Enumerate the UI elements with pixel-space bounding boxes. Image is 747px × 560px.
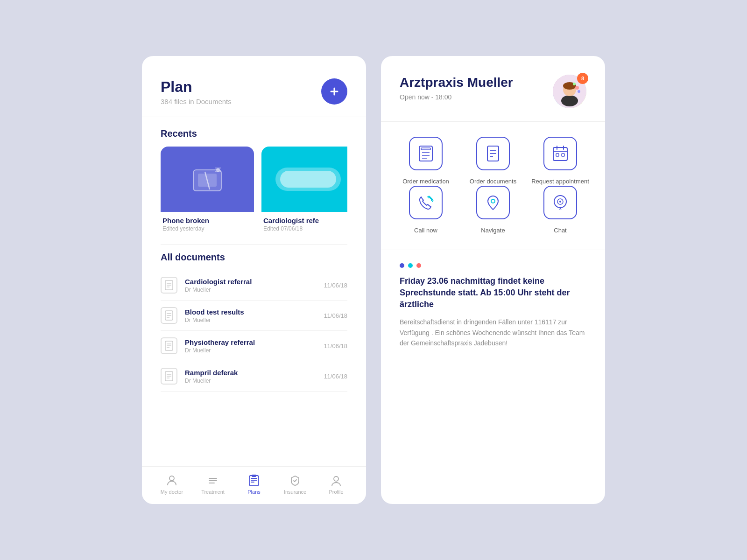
- svg-rect-52: [553, 147, 567, 161]
- doc-file-icon-2: [161, 337, 177, 354]
- svg-point-40: [575, 86, 579, 90]
- plan-title: Plan: [161, 78, 232, 96]
- action-label-medication: Order medication: [402, 178, 449, 186]
- plan-subtitle: 384 files in Documents: [161, 98, 232, 105]
- action-label-documents: Order documents: [470, 178, 516, 186]
- card-title-phone: Phone broken: [162, 217, 252, 224]
- doc-date-3: 11/06/18: [324, 373, 347, 380]
- doctor-icon: [165, 474, 178, 487]
- svg-point-42: [578, 90, 580, 93]
- action-label-chat: Chat: [554, 227, 566, 235]
- svg-rect-32: [252, 475, 256, 477]
- profile-icon: [330, 474, 343, 487]
- svg-point-41: [573, 83, 576, 85]
- nav-item-treatment[interactable]: Treatment: [192, 474, 233, 495]
- recent-card-cardio[interactable]: Cardiologist refe Edited 07/06/18: [261, 147, 347, 237]
- call-icon: [409, 186, 443, 219]
- left-panel: Plan 384 files in Documents Recents: [142, 56, 366, 504]
- doc-date-1: 11/06/18: [324, 312, 347, 319]
- bottom-nav: My doctor Treatment: [142, 466, 366, 504]
- doc-list: Cardiologist referral Dr Mueller 11/06/1…: [161, 270, 347, 392]
- svg-point-35: [334, 476, 338, 481]
- recents-section: Recents Phone broken: [142, 117, 366, 244]
- action-order-documents[interactable]: Order documents: [459, 137, 527, 186]
- card-date-cardio: Edited 07/06/18: [263, 225, 347, 232]
- all-docs-section: All documents Cardiologist referral Dr M…: [142, 245, 366, 466]
- pill-icon: [275, 168, 341, 191]
- action-chat[interactable]: Chat: [527, 186, 594, 235]
- doc-item-1[interactable]: Blood test results Dr Mueller 11/06/18: [161, 301, 347, 331]
- nav-label-mydoctor: My doctor: [161, 489, 183, 495]
- action-label-call: Call now: [414, 227, 437, 235]
- practice-header: Arztpraxis Mueller Open now - 18:00: [381, 56, 605, 122]
- right-panel: Arztpraxis Mueller Open now - 18:00: [381, 56, 605, 504]
- medication-icon: [409, 137, 443, 170]
- svg-point-24: [169, 476, 174, 481]
- insurance-icon: [289, 474, 302, 487]
- nav-label-plans: Plans: [247, 489, 261, 495]
- doc-name-2: Physiotheray referral: [185, 338, 255, 346]
- action-appointment[interactable]: Request appointment: [527, 137, 594, 186]
- card-date-phone: Edited yesterday: [162, 225, 252, 232]
- doc-file-icon-3: [161, 368, 177, 385]
- action-grid: Order medication Order documents: [381, 122, 605, 250]
- card-image-phone: [161, 147, 254, 212]
- card-image-cardio: [261, 147, 347, 212]
- svg-rect-28: [249, 476, 259, 486]
- add-button[interactable]: [321, 78, 347, 105]
- news-dots: [400, 263, 586, 268]
- doc-doctor-3: Dr Mueller: [185, 378, 238, 384]
- documents-icon: [476, 137, 510, 170]
- appointment-icon: [543, 137, 577, 170]
- practice-hours: Open now - 18:00: [400, 93, 513, 101]
- svg-rect-44: [421, 148, 430, 150]
- doc-date-2: 11/06/18: [324, 343, 347, 350]
- doc-file-icon-1: [161, 307, 177, 324]
- svg-point-5: [216, 168, 220, 172]
- doc-item-0[interactable]: Cardiologist referral Dr Mueller 11/06/1…: [161, 270, 347, 301]
- recents-title: Recents: [161, 128, 347, 139]
- plan-header: Plan 384 files in Documents: [142, 56, 366, 117]
- nav-label-insurance: Insurance: [284, 489, 306, 495]
- action-order-medication[interactable]: Order medication: [392, 137, 459, 186]
- plans-icon: [247, 474, 261, 487]
- dot-1: [400, 263, 404, 268]
- nav-item-plans[interactable]: Plans: [233, 474, 275, 495]
- svg-rect-57: [562, 154, 564, 156]
- doc-date-0: 11/06/18: [324, 282, 347, 289]
- avatar-wrapper[interactable]: 8: [553, 75, 586, 108]
- practice-name: Arztpraxis Mueller: [400, 75, 513, 91]
- news-title: Friday 23.06 nachmittag findet keine Spr…: [400, 275, 586, 311]
- action-label-navigate: Navigate: [481, 227, 505, 235]
- nav-label-treatment: Treatment: [201, 489, 225, 495]
- doc-item-3[interactable]: Rampril deferak Dr Mueller 11/06/18: [161, 361, 347, 392]
- nav-item-mydoctor[interactable]: My doctor: [151, 474, 192, 495]
- doc-name-1: Blood test results: [185, 308, 244, 316]
- chat-icon: [543, 186, 577, 219]
- svg-rect-56: [556, 154, 559, 156]
- svg-point-37: [561, 95, 578, 106]
- navigate-icon: [476, 186, 510, 219]
- notification-badge: 8: [577, 73, 588, 84]
- nav-item-profile[interactable]: Profile: [316, 474, 357, 495]
- news-body: Bereitschaftsdienst in dringenden Fällen…: [400, 317, 586, 348]
- doc-file-icon-0: [161, 277, 177, 294]
- doc-doctor-0: Dr Mueller: [185, 287, 252, 293]
- svg-point-58: [491, 199, 495, 203]
- action-call[interactable]: Call now: [392, 186, 459, 235]
- card-title-cardio: Cardiologist refe: [263, 217, 347, 224]
- action-label-appointment: Request appointment: [531, 178, 589, 186]
- doc-item-2[interactable]: Physiotheray referral Dr Mueller 11/06/1…: [161, 331, 347, 361]
- dot-3: [416, 263, 421, 268]
- svg-line-34: [295, 480, 296, 482]
- dot-2: [408, 263, 413, 268]
- nav-item-insurance[interactable]: Insurance: [275, 474, 316, 495]
- action-navigate[interactable]: Navigate: [459, 186, 527, 235]
- doc-doctor-2: Dr Mueller: [185, 347, 255, 354]
- doc-name-3: Rampril deferak: [185, 369, 238, 377]
- all-docs-title: All documents: [161, 252, 347, 263]
- doc-name-0: Cardiologist referral: [185, 278, 252, 286]
- doc-doctor-1: Dr Mueller: [185, 317, 244, 323]
- recent-card-phone[interactable]: Phone broken Edited yesterday: [161, 147, 254, 237]
- nav-label-profile: Profile: [329, 489, 343, 495]
